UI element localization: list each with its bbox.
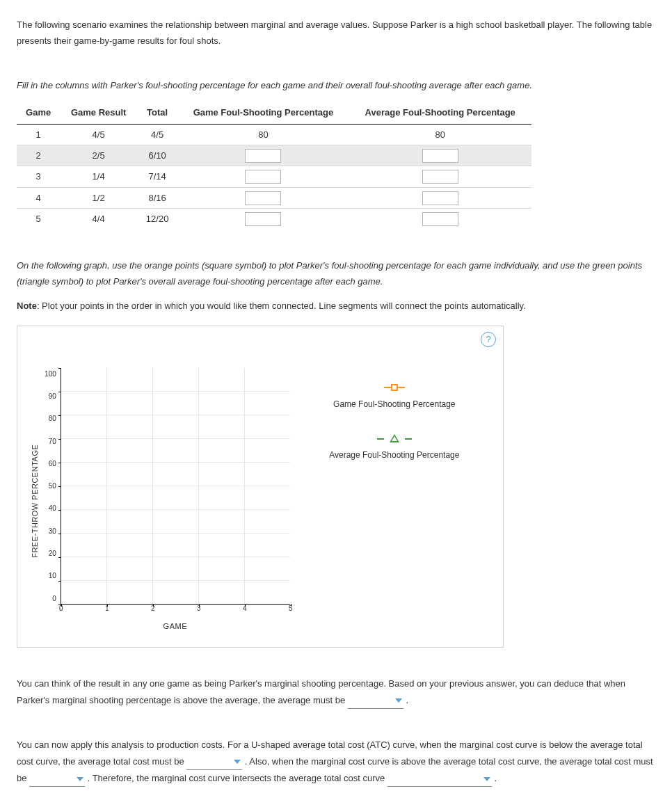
triangle-icon [390,434,399,442]
game_pct-input[interactable] [245,191,281,205]
col-header: Game [17,102,60,124]
table-row: 54/412/20 [17,209,531,230]
graph-instruction: On the following graph, use the orange p… [17,257,655,290]
foul-shooting-table: GameGame ResultTotalGame Foul-Shooting P… [17,102,531,229]
plot-area[interactable]: 012345 [61,368,290,605]
chevron-down-icon [395,698,402,703]
game_pct-input[interactable] [245,212,281,226]
game_pct-input[interactable] [245,170,281,184]
x-axis-label: GAME [163,620,187,634]
avg_pct-input[interactable] [422,212,458,226]
avg_pct-input[interactable] [422,191,458,205]
avg_pct-input[interactable] [422,149,458,163]
graph-container: ? FREE-THROW PERCENTAGE 1009080706050403… [17,326,504,648]
col-header: Total [137,102,177,124]
y-axis-label: FREE-THROW PERCENTAGE [26,368,42,634]
intro-text: The following scenario examines the rela… [17,17,655,49]
chevron-down-icon [77,777,83,781]
dropdown-atc-below[interactable] [186,753,242,770]
dropdown-avg-direction[interactable] [348,692,403,709]
question-1: You can think of the result in any one g… [17,675,655,709]
legend-avg-pct[interactable]: Average Foul-Shooting Percentage [318,433,471,463]
avg_pct-input[interactable] [422,170,458,184]
question-2: You can now apply this analysis to produ… [17,737,655,787]
table-instruction: Fill in the columns with Parker's foul-s… [17,77,655,93]
square-icon [391,384,398,391]
plot-note: Note: Plot your points in the order in w… [17,298,655,314]
legend-game-pct[interactable]: Game Foul-Shooting Percentage [318,382,471,413]
col-header: Average Foul-Shooting Percentage [349,102,531,124]
chevron-down-icon [483,777,490,781]
help-icon[interactable]: ? [481,332,496,347]
table-row: 22/56/10 [17,145,531,166]
dropdown-intersect[interactable] [387,770,492,787]
table-row: 41/28/16 [17,187,531,208]
table-row: 14/54/58080 [17,124,531,145]
col-header: Game Result [60,102,137,124]
legend: Game Foul-Shooting Percentage Average Fo… [290,368,471,634]
chevron-down-icon [234,760,241,764]
dropdown-atc-above[interactable] [29,770,85,787]
col-header: Game Foul-Shooting Percentage [177,102,349,124]
game_pct-input[interactable] [245,149,281,163]
table-row: 31/47/14 [17,166,531,187]
